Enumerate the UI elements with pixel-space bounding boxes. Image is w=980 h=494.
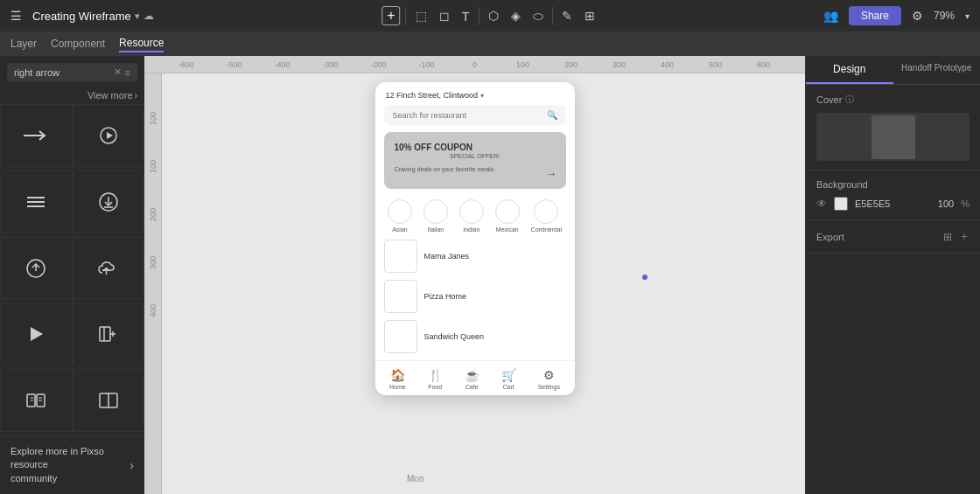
ruler-left-mark: 100 (149, 77, 158, 125)
nav-item-cafe[interactable]: ☕ Cafe (465, 368, 480, 390)
icon-cell-play[interactable] (73, 104, 145, 167)
category-label-continental: Continental (531, 226, 562, 233)
component-icon[interactable]: ◈ (508, 7, 524, 24)
sep2 (479, 7, 480, 24)
nav-item-home[interactable]: 🏠 Home (389, 368, 406, 390)
dropdown-chevron-icon[interactable]: ▾ (135, 10, 140, 22)
export-add-icon[interactable]: ＋ (959, 229, 970, 244)
promo-title: 10% OFF COUPON (395, 143, 556, 152)
panel-add-icon (99, 326, 118, 342)
ruler-mark: 500 (691, 60, 739, 69)
restaurant-item-2[interactable]: Sandwich Queen (384, 320, 566, 353)
settings-icon[interactable]: ⚙ (908, 7, 927, 24)
category-circle-mexican (495, 199, 520, 224)
restaurant-search-input[interactable] (393, 111, 542, 120)
menu-icon[interactable]: ☰ (7, 7, 25, 24)
ruler-mark: 700 (788, 60, 805, 69)
explore-line1: Explore more in Pixso resource (10, 445, 130, 472)
bg-row: 👁 E5E5E5 100 % (816, 197, 970, 211)
cover-preview (816, 113, 970, 161)
view-more-chevron-icon[interactable]: › (135, 91, 137, 101)
phone-bottom-nav: 🏠 Home 🍴 Food ☕ Cafe 🛒 Cart ⚙ Setti (375, 360, 575, 395)
export-settings-icon[interactable]: ⊞ (943, 231, 952, 243)
extra-icon[interactable]: ⊞ (581, 7, 598, 24)
tab-resource[interactable]: Resource (119, 35, 164, 52)
category-item-mexican[interactable]: Mexican (495, 199, 520, 233)
zoom-chevron-icon[interactable]: ▾ (962, 10, 973, 23)
category-label-indian: Indian (463, 226, 480, 233)
tab-handoff-prototype[interactable]: Handoff Prototype (893, 56, 981, 84)
ruler-mark: 400 (643, 60, 691, 69)
icon-cell-cloud[interactable] (73, 237, 145, 300)
community-icon[interactable]: 👥 (820, 7, 842, 24)
export-row: Export ⊞ ＋ (816, 229, 970, 244)
phone-search[interactable]: 🔍 (384, 105, 566, 125)
icon-cell-download[interactable] (73, 170, 145, 233)
sep1 (406, 7, 407, 24)
icon-cell-menu[interactable] (0, 170, 73, 233)
play-triangle-icon (27, 325, 45, 343)
home-icon: 🏠 (390, 368, 405, 382)
pen-icon[interactable]: ✎ (558, 7, 576, 24)
shape-tool-icon[interactable]: ◻ (436, 7, 453, 24)
icon-cell-arrow[interactable] (0, 104, 73, 167)
ruler-mark: -300 (306, 60, 354, 69)
icon-cell-panel2[interactable] (73, 369, 145, 432)
promo-banner: 10% OFF COUPON SPECIAL OFFER! Craving de… (384, 132, 566, 189)
share-button[interactable]: Share (849, 6, 901, 25)
restaurant-item-0[interactable]: Mama Janes (384, 240, 566, 273)
icon-cell-play2[interactable] (0, 303, 73, 365)
add-frame-icon[interactable]: + (382, 6, 400, 25)
explore-more-section[interactable]: Explore more in Pixso resource community… (0, 435, 144, 494)
ruler-mark: 0 (451, 60, 499, 69)
mask-icon[interactable]: ⬭ (529, 7, 547, 25)
list-icon[interactable]: ≡ (125, 67, 130, 78)
hex-value[interactable]: E5E5E5 (855, 198, 931, 209)
explore-line2: community (10, 472, 130, 485)
plugin-icon[interactable]: ⬡ (485, 7, 502, 24)
tab-design[interactable]: Design (806, 56, 893, 84)
nav-item-settings[interactable]: ⚙ Settings (538, 368, 560, 390)
cover-inner-box (872, 115, 915, 159)
clear-search-icon[interactable]: ✕ (114, 66, 122, 78)
explore-chevron-icon[interactable]: › (130, 458, 134, 472)
canvas-point-marker (642, 275, 648, 280)
nav-item-cart[interactable]: 🛒 Cart (501, 368, 516, 390)
download-icon (99, 192, 118, 212)
bg-label: Background (816, 179, 970, 190)
icon-cell-panel-add[interactable] (73, 303, 145, 365)
category-item-asian[interactable]: Asian (388, 199, 412, 233)
text-tool-icon[interactable]: T (458, 7, 473, 25)
opacity-value[interactable]: 100 (938, 198, 954, 209)
restaurant-item-1[interactable]: Pizza Home (384, 280, 566, 313)
nav-label-cafe: Cafe (466, 384, 479, 390)
frame-tool-icon[interactable]: ⬚ (412, 7, 430, 24)
icon-cell-book[interactable] (0, 369, 73, 432)
icon-cell-upload[interactable] (0, 237, 73, 300)
category-item-italian[interactable]: Italian (424, 199, 448, 233)
search-input[interactable] (14, 67, 110, 78)
zoom-level[interactable]: 79% (934, 10, 955, 22)
view-more-label[interactable]: View more (88, 90, 133, 101)
tab-component[interactable]: Component (51, 36, 105, 52)
promo-arrow-icon[interactable]: → (547, 168, 557, 180)
nav-label-cart: Cart (503, 384, 514, 390)
cover-info-icon[interactable]: ⓘ (845, 94, 854, 106)
ruler-mark: -600 (162, 60, 210, 69)
canvas-area[interactable]: -600 -500 -400 -300 -200 -100 0 100 200 … (144, 56, 805, 494)
upload-circle-icon (26, 259, 46, 278)
ruler-top: -600 -500 -400 -300 -200 -100 0 100 200 … (144, 56, 805, 73)
ruler-mark: -100 (402, 60, 451, 69)
color-swatch[interactable] (834, 197, 848, 211)
tab-layer[interactable]: Layer (10, 36, 37, 52)
canvas-label-mon: Mon (407, 474, 424, 484)
category-item-indian[interactable]: Indian (459, 199, 484, 233)
visibility-icon[interactable]: 👁 (816, 198, 827, 210)
right-panel: Design Handoff Prototype Cover ⓘ Backgro… (805, 56, 980, 494)
category-item-continental[interactable]: Continental (531, 199, 562, 233)
ruler-left-mark: 200 (149, 173, 158, 221)
save-icon[interactable]: ☁ (144, 10, 154, 22)
location-chevron-icon[interactable]: ▾ (480, 92, 484, 100)
app-title: Creating Wireframe ▾ ☁ (32, 10, 154, 23)
nav-item-food[interactable]: 🍴 Food (428, 368, 443, 390)
